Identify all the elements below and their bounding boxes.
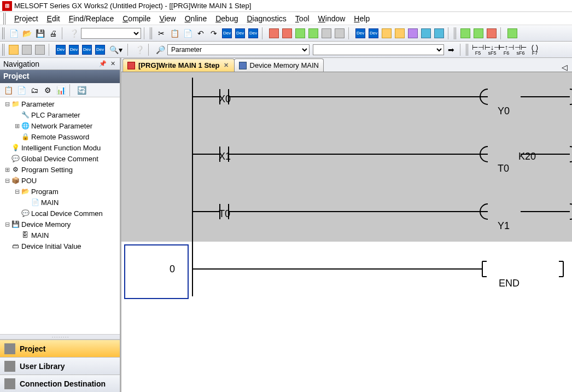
tree-item[interactable]: 🗄MAIN (0, 230, 120, 241)
menu-find-replace[interactable]: Find/Replace (65, 13, 119, 24)
project-tree[interactable]: ⊟📁Parameter🔧PLC Parameter⊞🌐Network Param… (0, 97, 120, 334)
tree-item[interactable]: 🔧PLC Parameter (0, 109, 120, 120)
tool10-icon[interactable] (420, 27, 432, 39)
tree-item[interactable]: 🔒Remote Password (0, 131, 120, 142)
tool7-icon[interactable] (381, 27, 393, 39)
step-selection[interactable] (124, 244, 189, 299)
copy-icon[interactable]: 📋 (168, 27, 180, 39)
print-icon[interactable]: 🖨 (47, 27, 59, 39)
tree-item[interactable]: ⊟💾Device Memory (0, 219, 120, 230)
toolbar-grip[interactable] (466, 44, 469, 56)
nav-tool1-icon[interactable]: 📋 (2, 84, 14, 96)
ladder-icon[interactable] (459, 27, 471, 39)
nav-tool6-icon[interactable]: 🔄 (75, 84, 87, 96)
paste-icon[interactable]: 📄 (182, 27, 194, 39)
tool8-icon[interactable] (394, 27, 406, 39)
pin-icon[interactable]: 📌 (99, 60, 107, 68)
nav-splitter[interactable]: ۰۰۰۰۰۰۰۰ (0, 334, 120, 340)
close-icon[interactable]: ✕ (109, 60, 116, 68)
monitor-icon[interactable] (307, 27, 319, 39)
ladder3-icon[interactable] (486, 27, 498, 39)
tree-item[interactable]: 💡Intelligent Function Modu (0, 142, 120, 153)
tree-item[interactable]: ⊟📦POU (0, 175, 120, 186)
fkey-sf5[interactable]: ⊢↓⊣sF5 (486, 43, 499, 56)
tree-item[interactable]: 🗃Device Initial Value (0, 241, 120, 251)
dev-d-icon[interactable] (94, 44, 106, 56)
nav-btn3-icon[interactable] (34, 44, 46, 56)
dev-a-icon[interactable] (55, 44, 67, 56)
editor-area: [PRG]Write MAIN 1 Step✕Device Memory MAI… (121, 58, 572, 392)
toolbar-grip[interactable] (2, 27, 5, 39)
toolbar-grip[interactable] (2, 44, 5, 56)
parameter-combo-2[interactable] (313, 44, 444, 55)
new-icon[interactable]: 📄 (8, 27, 20, 39)
tree-item[interactable]: ⊟📁Parameter (0, 98, 120, 109)
tree-item[interactable]: ⊟📂Program (0, 186, 120, 197)
tool5-icon[interactable] (320, 27, 332, 39)
menu-project[interactable]: Project (10, 13, 43, 24)
ladder2-icon[interactable] (472, 27, 485, 39)
toolbar-grip[interactable] (150, 27, 153, 39)
undo-icon[interactable]: ↶ (195, 27, 207, 39)
nav-btn2-icon[interactable] (21, 44, 33, 56)
zoom-icon[interactable]: 🔍▾ (107, 44, 125, 56)
menu-view[interactable]: View (155, 13, 180, 24)
dev-b-icon[interactable] (68, 44, 80, 56)
menu-window[interactable]: Window (314, 13, 350, 24)
read-plc-icon[interactable] (281, 27, 293, 39)
menu-edit[interactable]: Edit (43, 13, 65, 24)
tree-item[interactable]: ⊞⚙Program Setting (0, 164, 120, 175)
tool11-icon[interactable] (433, 27, 445, 39)
nav-tool2-icon[interactable]: 📄 (15, 84, 27, 96)
fkey-f7[interactable]: ( )F7 (528, 43, 541, 56)
help-icon[interactable]: ❔ (68, 27, 80, 39)
toolbar-grip[interactable] (3, 13, 7, 25)
dev4-icon[interactable] (354, 27, 366, 39)
nav-btn1-icon[interactable] (8, 44, 20, 56)
tool9-icon[interactable] (407, 27, 419, 39)
toolbar-grip[interactable] (454, 27, 457, 39)
fkey-sf6[interactable]: ⊣⊢sF6 (514, 43, 527, 56)
write-plc-icon[interactable] (268, 27, 280, 39)
nav-tool3-icon[interactable]: 🗂 (28, 84, 40, 96)
menu-debug[interactable]: Debug (211, 13, 242, 24)
nav-bottom-connection-destination[interactable]: Connection Destination (0, 375, 120, 392)
fkey-f6[interactable]: ⊢↑⊣F6 (500, 43, 513, 56)
parameter-combo[interactable]: Parameter (167, 44, 310, 55)
dev2-icon[interactable] (234, 27, 246, 39)
dev-c-icon[interactable] (81, 44, 93, 56)
editor-tab[interactable]: [PRG]Write MAIN 1 Step✕ (122, 58, 235, 72)
menu-tool[interactable]: Tool (291, 13, 314, 24)
verify-icon[interactable] (294, 27, 306, 39)
nav-bottom-user-library[interactable]: User Library (0, 357, 120, 375)
redo-icon[interactable]: ↷ (208, 27, 220, 39)
save-icon[interactable]: 💾 (34, 27, 46, 39)
tool6-icon[interactable] (334, 27, 346, 39)
dev1-icon[interactable] (221, 27, 233, 39)
tree-item[interactable]: 📄MAIN (0, 197, 120, 208)
menu-help[interactable]: Help (349, 13, 374, 24)
dev5-icon[interactable] (367, 27, 380, 39)
tree-item[interactable]: 💬Local Device Commen (0, 208, 120, 219)
find-icon[interactable]: 🔎 (154, 44, 166, 56)
tabs-collapse-icon[interactable]: ◁ (557, 63, 572, 72)
nav-tool4-icon[interactable]: ⚙ (42, 84, 54, 96)
menu-diagnostics[interactable]: Diagnostics (242, 13, 290, 24)
editor-tab[interactable]: Device Memory MAIN (234, 58, 324, 72)
ladder4-icon[interactable] (506, 27, 518, 39)
go-icon[interactable]: ➡ (445, 44, 457, 56)
open-icon[interactable]: 📂 (21, 27, 33, 39)
help-combo[interactable] (81, 28, 141, 39)
nav-bottom-project[interactable]: Project (0, 340, 120, 357)
dev3-icon[interactable] (247, 27, 259, 39)
tab-close-icon[interactable]: ✕ (223, 62, 230, 69)
nav-tool5-icon[interactable]: 📊 (55, 84, 67, 96)
info-icon[interactable]: ❔ (133, 44, 145, 56)
ladder-view[interactable]: 0 X0X1T0Y0T0Y1K20END (121, 72, 572, 392)
fkey-f5[interactable]: ⊢⊣F5 (471, 43, 485, 56)
tree-item[interactable]: ⊞🌐Network Parameter (0, 120, 120, 131)
tree-item[interactable]: 💬Global Device Comment (0, 153, 120, 164)
menu-online[interactable]: Online (180, 13, 211, 24)
menu-compile[interactable]: Compile (118, 13, 155, 24)
cut-icon[interactable]: ✂ (155, 27, 167, 39)
